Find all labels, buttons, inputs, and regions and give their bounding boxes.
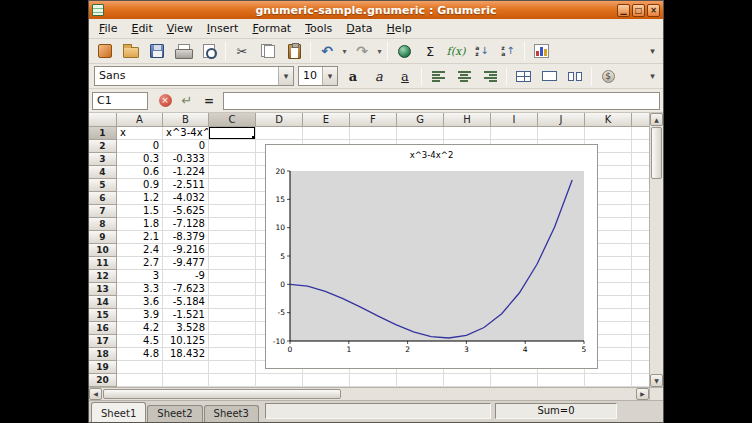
underline-button[interactable]: a xyxy=(393,65,417,87)
open-button[interactable] xyxy=(119,40,143,62)
scroll-left-button[interactable]: ◀ xyxy=(89,388,102,400)
menu-format[interactable]: Format xyxy=(245,20,298,37)
row-header-18[interactable]: 18 xyxy=(89,348,117,361)
insert-function-button[interactable]: f(x) xyxy=(444,40,468,62)
close-button[interactable]: × xyxy=(647,4,660,17)
menu-file[interactable]: File xyxy=(92,20,124,37)
print-preview-button[interactable] xyxy=(197,40,221,62)
bold-button[interactable]: a xyxy=(341,65,365,87)
sort-ascending-button[interactable]: az ↓ xyxy=(470,40,494,62)
row-header-1[interactable]: 1 xyxy=(89,127,117,140)
row-header-3[interactable]: 3 xyxy=(89,153,117,166)
row-header-20[interactable]: 20 xyxy=(89,374,117,387)
menu-insert[interactable]: Insert xyxy=(200,20,246,37)
cell-A20[interactable] xyxy=(117,374,163,387)
cell-C14[interactable] xyxy=(209,296,256,309)
cell-A11[interactable]: 2.7 xyxy=(117,257,163,270)
horizontal-scroll-thumb[interactable] xyxy=(103,389,341,399)
paste-button[interactable] xyxy=(282,40,306,62)
vertical-scrollbar[interactable]: ▲ ▼ xyxy=(649,113,663,387)
column-header-D[interactable]: D xyxy=(256,113,303,127)
cell-B10[interactable]: -9.216 xyxy=(163,244,209,257)
row-header-9[interactable]: 9 xyxy=(89,231,117,244)
cell-I20[interactable] xyxy=(491,374,538,387)
cell-B9[interactable]: -8.379 xyxy=(163,231,209,244)
cell-reference-box[interactable]: C1 xyxy=(92,92,148,110)
print-button[interactable] xyxy=(171,40,195,62)
row-header-19[interactable]: 19 xyxy=(89,361,117,374)
column-header-I[interactable]: I xyxy=(491,113,538,127)
insert-chart-button[interactable] xyxy=(529,40,553,62)
row-header-10[interactable]: 10 xyxy=(89,244,117,257)
cell-C9[interactable] xyxy=(209,231,256,244)
cell-B18[interactable]: 18.432 xyxy=(163,348,209,361)
cell-C3[interactable] xyxy=(209,153,256,166)
cell-A15[interactable]: 3.9 xyxy=(117,309,163,322)
cell-B8[interactable]: -7.128 xyxy=(163,218,209,231)
cell-B16[interactable]: 3.528 xyxy=(163,322,209,335)
cell-B3[interactable]: -0.333 xyxy=(163,153,209,166)
cell-C13[interactable] xyxy=(209,283,256,296)
row-header-14[interactable]: 14 xyxy=(89,296,117,309)
row-header-13[interactable]: 13 xyxy=(89,283,117,296)
center-across-selection-button[interactable] xyxy=(511,65,535,87)
cell-C15[interactable] xyxy=(209,309,256,322)
cell-K1[interactable] xyxy=(585,127,632,140)
cell-C19[interactable] xyxy=(209,361,256,374)
select-all-corner[interactable] xyxy=(89,113,117,127)
toolbar1-overflow-button[interactable]: ▾ xyxy=(645,40,660,62)
row-header-17[interactable]: 17 xyxy=(89,335,117,348)
cell-A2[interactable]: 0 xyxy=(117,140,163,153)
cell-D20[interactable] xyxy=(256,374,303,387)
undo-button[interactable]: ↶ xyxy=(315,40,339,62)
cell-A9[interactable]: 2.1 xyxy=(117,231,163,244)
cell-A4[interactable]: 0.6 xyxy=(117,166,163,179)
cell-A16[interactable]: 4.2 xyxy=(117,322,163,335)
cell-C2[interactable] xyxy=(209,140,256,153)
menu-help[interactable]: Help xyxy=(380,20,419,37)
cell-G1[interactable] xyxy=(397,127,444,140)
copy-button[interactable] xyxy=(256,40,280,62)
cell-H1[interactable] xyxy=(444,127,491,140)
minimize-button[interactable]: ▁ xyxy=(617,4,630,17)
cell-A5[interactable]: 0.9 xyxy=(117,179,163,192)
cell-E1[interactable] xyxy=(303,127,350,140)
row-header-15[interactable]: 15 xyxy=(89,309,117,322)
cell-B17[interactable]: 10.125 xyxy=(163,335,209,348)
cell-A10[interactable]: 2.4 xyxy=(117,244,163,257)
menu-view[interactable]: View xyxy=(160,20,200,37)
align-center-button[interactable] xyxy=(452,65,476,87)
money-format-button[interactable]: $ xyxy=(596,65,620,87)
row-header-11[interactable]: 11 xyxy=(89,257,117,270)
cancel-button[interactable]: × xyxy=(154,91,176,111)
align-right-button[interactable] xyxy=(478,65,502,87)
cut-button[interactable]: ✂ xyxy=(230,40,254,62)
sort-descending-button[interactable]: za ↑ xyxy=(496,40,520,62)
row-header-5[interactable]: 5 xyxy=(89,179,117,192)
tab-sheet3[interactable]: Sheet3 xyxy=(204,405,259,422)
cell-B5[interactable]: -2.511 xyxy=(163,179,209,192)
formula-input[interactable] xyxy=(223,92,660,110)
tab-sheet2[interactable]: Sheet2 xyxy=(147,405,202,422)
cell-B6[interactable]: -4.032 xyxy=(163,192,209,205)
cell-B4[interactable]: -1.224 xyxy=(163,166,209,179)
cell-D1[interactable] xyxy=(256,127,303,140)
cell-C5[interactable] xyxy=(209,179,256,192)
column-header-A[interactable]: A xyxy=(117,113,163,127)
cell-A18[interactable]: 4.8 xyxy=(117,348,163,361)
titlebar[interactable]: gnumeric-sample.gnumeric : Gnumeric ▁ □ … xyxy=(89,1,663,19)
vertical-scroll-track[interactable] xyxy=(650,180,663,374)
chart-object[interactable]: -10-505101520012345x^3-4x^2 xyxy=(265,144,598,369)
cell-C6[interactable] xyxy=(209,192,256,205)
column-header-C[interactable]: C xyxy=(209,113,256,127)
toolbar2-overflow-button[interactable]: ▾ xyxy=(645,65,660,87)
cell-A8[interactable]: 1.8 xyxy=(117,218,163,231)
cell-B7[interactable]: -5.625 xyxy=(163,205,209,218)
scroll-up-button[interactable]: ▲ xyxy=(650,113,663,126)
cell-A7[interactable]: 1.5 xyxy=(117,205,163,218)
cell-B19[interactable] xyxy=(163,361,209,374)
font-combo-arrow-icon[interactable]: ▾ xyxy=(278,67,293,85)
cell-A6[interactable]: 1.2 xyxy=(117,192,163,205)
font-name-combo[interactable]: Sans ▾ xyxy=(94,66,294,86)
column-header-B[interactable]: B xyxy=(163,113,209,127)
